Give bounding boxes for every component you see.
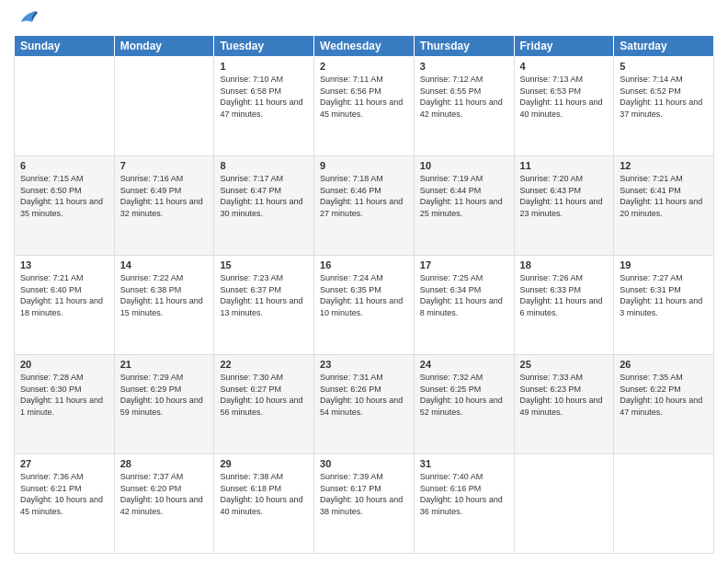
cell-content: Sunrise: 7:10 AM Sunset: 6:58 PM Dayligh… bbox=[220, 74, 308, 120]
calendar-cell bbox=[614, 454, 714, 554]
day-number: 26 bbox=[620, 359, 708, 370]
logo-bird-icon bbox=[19, 9, 38, 29]
day-number: 9 bbox=[320, 160, 408, 171]
calendar-cell: 15Sunrise: 7:23 AM Sunset: 6:37 PM Dayli… bbox=[214, 256, 314, 355]
calendar-page: SundayMondayTuesdayWednesdayThursdayFrid… bbox=[0, 0, 728, 563]
calendar-cell: 26Sunrise: 7:35 AM Sunset: 6:22 PM Dayli… bbox=[614, 355, 714, 454]
calendar-cell: 11Sunrise: 7:20 AM Sunset: 6:43 PM Dayli… bbox=[514, 156, 614, 256]
day-number: 10 bbox=[420, 160, 508, 171]
day-number: 31 bbox=[420, 458, 508, 469]
week-row-4: 20Sunrise: 7:28 AM Sunset: 6:30 PM Dayli… bbox=[15, 355, 714, 454]
weekday-header-friday: Friday bbox=[514, 36, 614, 57]
cell-content: Sunrise: 7:20 AM Sunset: 6:43 PM Dayligh… bbox=[520, 173, 609, 219]
weekday-header-thursday: Thursday bbox=[414, 36, 514, 57]
calendar-cell bbox=[514, 454, 614, 554]
day-number: 3 bbox=[420, 61, 508, 72]
calendar-cell: 22Sunrise: 7:30 AM Sunset: 6:27 PM Dayli… bbox=[214, 355, 314, 454]
logo bbox=[14, 9, 38, 29]
calendar-cell: 25Sunrise: 7:33 AM Sunset: 6:23 PM Dayli… bbox=[514, 355, 614, 454]
cell-content: Sunrise: 7:26 AM Sunset: 6:33 PM Dayligh… bbox=[520, 272, 609, 318]
cell-content: Sunrise: 7:12 AM Sunset: 6:55 PM Dayligh… bbox=[420, 74, 508, 120]
week-row-5: 27Sunrise: 7:36 AM Sunset: 6:21 PM Dayli… bbox=[15, 454, 714, 554]
cell-content: Sunrise: 7:31 AM Sunset: 6:26 PM Dayligh… bbox=[320, 372, 408, 418]
cell-content: Sunrise: 7:11 AM Sunset: 6:56 PM Dayligh… bbox=[320, 74, 408, 120]
cell-content: Sunrise: 7:38 AM Sunset: 6:18 PM Dayligh… bbox=[220, 471, 308, 517]
calendar-cell: 18Sunrise: 7:26 AM Sunset: 6:33 PM Dayli… bbox=[514, 256, 614, 355]
header bbox=[14, 9, 714, 29]
day-number: 30 bbox=[320, 458, 408, 469]
cell-content: Sunrise: 7:27 AM Sunset: 6:31 PM Dayligh… bbox=[620, 272, 708, 318]
cell-content: Sunrise: 7:19 AM Sunset: 6:44 PM Dayligh… bbox=[420, 173, 508, 219]
calendar-cell: 6Sunrise: 7:15 AM Sunset: 6:50 PM Daylig… bbox=[15, 156, 115, 256]
cell-content: Sunrise: 7:25 AM Sunset: 6:34 PM Dayligh… bbox=[420, 272, 508, 318]
day-number: 19 bbox=[620, 259, 708, 270]
cell-content: Sunrise: 7:36 AM Sunset: 6:21 PM Dayligh… bbox=[20, 471, 108, 517]
day-number: 7 bbox=[120, 160, 209, 171]
day-number: 18 bbox=[520, 259, 609, 270]
calendar-cell: 30Sunrise: 7:39 AM Sunset: 6:17 PM Dayli… bbox=[314, 454, 415, 554]
cell-content: Sunrise: 7:16 AM Sunset: 6:49 PM Dayligh… bbox=[120, 173, 209, 219]
day-number: 13 bbox=[20, 259, 108, 270]
calendar-cell: 7Sunrise: 7:16 AM Sunset: 6:49 PM Daylig… bbox=[114, 156, 214, 256]
day-number: 28 bbox=[120, 458, 209, 469]
weekday-header-monday: Monday bbox=[114, 36, 214, 57]
day-number: 1 bbox=[220, 61, 308, 72]
weekday-header-sunday: Sunday bbox=[15, 36, 115, 57]
day-number: 21 bbox=[120, 359, 209, 370]
cell-content: Sunrise: 7:30 AM Sunset: 6:27 PM Dayligh… bbox=[220, 372, 308, 418]
calendar-table: SundayMondayTuesdayWednesdayThursdayFrid… bbox=[14, 35, 714, 554]
calendar-cell: 19Sunrise: 7:27 AM Sunset: 6:31 PM Dayli… bbox=[614, 256, 714, 355]
calendar-cell: 9Sunrise: 7:18 AM Sunset: 6:46 PM Daylig… bbox=[314, 156, 415, 256]
day-number: 5 bbox=[620, 61, 708, 72]
calendar-cell: 21Sunrise: 7:29 AM Sunset: 6:29 PM Dayli… bbox=[114, 355, 214, 454]
calendar-cell: 31Sunrise: 7:40 AM Sunset: 6:16 PM Dayli… bbox=[414, 454, 514, 554]
cell-content: Sunrise: 7:37 AM Sunset: 6:20 PM Dayligh… bbox=[120, 471, 209, 517]
cell-content: Sunrise: 7:17 AM Sunset: 6:47 PM Dayligh… bbox=[220, 173, 308, 219]
calendar-cell: 5Sunrise: 7:14 AM Sunset: 6:52 PM Daylig… bbox=[614, 57, 714, 156]
day-number: 6 bbox=[20, 160, 108, 171]
day-number: 8 bbox=[220, 160, 308, 171]
calendar-cell: 16Sunrise: 7:24 AM Sunset: 6:35 PM Dayli… bbox=[314, 256, 415, 355]
calendar-cell: 20Sunrise: 7:28 AM Sunset: 6:30 PM Dayli… bbox=[15, 355, 115, 454]
day-number: 23 bbox=[320, 359, 408, 370]
cell-content: Sunrise: 7:22 AM Sunset: 6:38 PM Dayligh… bbox=[120, 272, 209, 318]
calendar-cell: 12Sunrise: 7:21 AM Sunset: 6:41 PM Dayli… bbox=[614, 156, 714, 256]
calendar-cell bbox=[114, 57, 214, 156]
day-number: 20 bbox=[20, 359, 108, 370]
calendar-cell: 29Sunrise: 7:38 AM Sunset: 6:18 PM Dayli… bbox=[214, 454, 314, 554]
calendar-cell: 28Sunrise: 7:37 AM Sunset: 6:20 PM Dayli… bbox=[114, 454, 214, 554]
day-number: 14 bbox=[120, 259, 209, 270]
calendar-cell: 13Sunrise: 7:21 AM Sunset: 6:40 PM Dayli… bbox=[15, 256, 115, 355]
calendar-cell: 23Sunrise: 7:31 AM Sunset: 6:26 PM Dayli… bbox=[314, 355, 415, 454]
cell-content: Sunrise: 7:23 AM Sunset: 6:37 PM Dayligh… bbox=[220, 272, 308, 318]
week-row-3: 13Sunrise: 7:21 AM Sunset: 6:40 PM Dayli… bbox=[15, 256, 714, 355]
cell-content: Sunrise: 7:15 AM Sunset: 6:50 PM Dayligh… bbox=[20, 173, 108, 219]
day-number: 22 bbox=[220, 359, 308, 370]
cell-content: Sunrise: 7:21 AM Sunset: 6:40 PM Dayligh… bbox=[20, 272, 108, 318]
cell-content: Sunrise: 7:39 AM Sunset: 6:17 PM Dayligh… bbox=[320, 471, 408, 517]
cell-content: Sunrise: 7:29 AM Sunset: 6:29 PM Dayligh… bbox=[120, 372, 209, 418]
cell-content: Sunrise: 7:14 AM Sunset: 6:52 PM Dayligh… bbox=[620, 74, 708, 120]
calendar-cell: 8Sunrise: 7:17 AM Sunset: 6:47 PM Daylig… bbox=[214, 156, 314, 256]
day-number: 17 bbox=[420, 259, 508, 270]
cell-content: Sunrise: 7:24 AM Sunset: 6:35 PM Dayligh… bbox=[320, 272, 408, 318]
cell-content: Sunrise: 7:40 AM Sunset: 6:16 PM Dayligh… bbox=[420, 471, 508, 517]
calendar-cell: 14Sunrise: 7:22 AM Sunset: 6:38 PM Dayli… bbox=[114, 256, 214, 355]
day-number: 15 bbox=[220, 259, 308, 270]
weekday-header-row: SundayMondayTuesdayWednesdayThursdayFrid… bbox=[15, 36, 714, 57]
day-number: 27 bbox=[20, 458, 108, 469]
calendar-cell: 10Sunrise: 7:19 AM Sunset: 6:44 PM Dayli… bbox=[414, 156, 514, 256]
weekday-header-tuesday: Tuesday bbox=[214, 36, 314, 57]
day-number: 29 bbox=[220, 458, 308, 469]
calendar-cell: 1Sunrise: 7:10 AM Sunset: 6:58 PM Daylig… bbox=[214, 57, 314, 156]
weekday-header-saturday: Saturday bbox=[614, 36, 714, 57]
cell-content: Sunrise: 7:28 AM Sunset: 6:30 PM Dayligh… bbox=[20, 372, 108, 418]
cell-content: Sunrise: 7:32 AM Sunset: 6:25 PM Dayligh… bbox=[420, 372, 508, 418]
day-number: 24 bbox=[420, 359, 508, 370]
cell-content: Sunrise: 7:18 AM Sunset: 6:46 PM Dayligh… bbox=[320, 173, 408, 219]
cell-content: Sunrise: 7:33 AM Sunset: 6:23 PM Dayligh… bbox=[520, 372, 609, 418]
day-number: 12 bbox=[620, 160, 708, 171]
calendar-cell: 27Sunrise: 7:36 AM Sunset: 6:21 PM Dayli… bbox=[15, 454, 115, 554]
calendar-cell: 17Sunrise: 7:25 AM Sunset: 6:34 PM Dayli… bbox=[414, 256, 514, 355]
week-row-1: 1Sunrise: 7:10 AM Sunset: 6:58 PM Daylig… bbox=[15, 57, 714, 156]
